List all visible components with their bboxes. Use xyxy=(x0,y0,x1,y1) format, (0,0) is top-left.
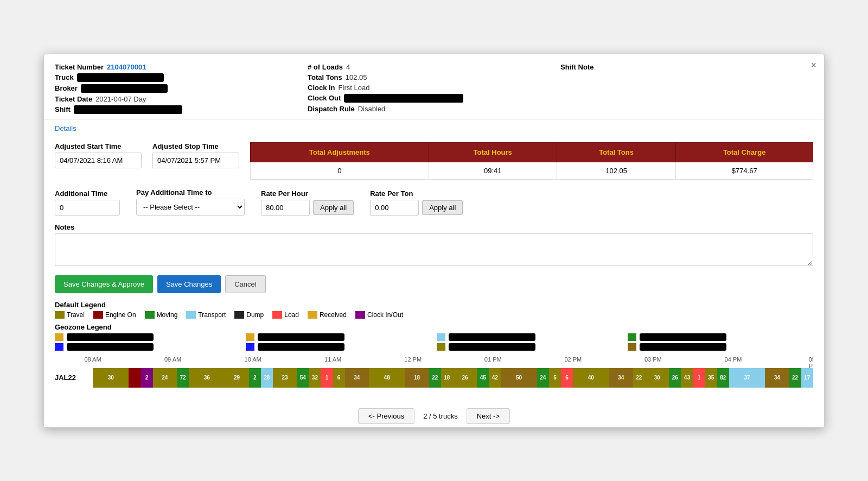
previous-button[interactable]: <- Previous xyxy=(358,408,414,424)
geozone-color-box xyxy=(437,343,445,351)
bar-segment: 22 xyxy=(789,368,801,388)
notes-group: Notes xyxy=(55,223,813,268)
geozone-item xyxy=(246,333,431,341)
timeline-row: JAL22 3022472362922823543216344818221826… xyxy=(55,368,813,388)
geozone-label xyxy=(640,343,726,351)
cancel-button[interactable]: Cancel xyxy=(225,275,265,293)
pay-additional-label: Pay Additional Time to xyxy=(136,188,245,197)
total-tons-row: Total Tons 102.05 xyxy=(308,73,560,81)
time-summary-row: Adjusted Start Time Adjusted Stop Time T… xyxy=(55,142,813,180)
bar-segment: 1 xyxy=(693,368,705,388)
time-label: 09 AM xyxy=(164,356,181,363)
truck-value xyxy=(77,73,164,82)
rate-per-hour-input[interactable] xyxy=(261,200,310,216)
adjusted-stop-input[interactable] xyxy=(152,153,239,168)
bar-segment: 32 xyxy=(309,368,321,388)
time-label: 04 PM xyxy=(725,356,742,363)
legend-color-box xyxy=(93,311,103,319)
next-button[interactable]: Next -> xyxy=(467,408,510,424)
geozone-color-box xyxy=(628,343,636,351)
adjusted-stop-label: Adjusted Stop Time xyxy=(152,142,239,150)
bar-segment: 50 xyxy=(501,368,537,388)
ticket-number-value: 2104070001 xyxy=(107,63,146,71)
total-charge-value: $774.67 xyxy=(676,162,813,179)
bar-segment: 37 xyxy=(729,368,765,388)
save-approve-button[interactable]: Save Changes & Approve xyxy=(55,275,153,293)
legend-item-label: Transport xyxy=(198,311,226,319)
ticket-modal: × Ticket Number 2104070001 Truck Broker … xyxy=(43,54,825,428)
apply-all-ton-button[interactable]: Apply all xyxy=(422,200,463,215)
bar-segment: 22 xyxy=(429,368,441,388)
bar-segment: 24 xyxy=(537,368,549,388)
bar-segment: 24 xyxy=(153,368,177,388)
time-label: 03 PM xyxy=(644,356,662,363)
page-info: 2 / 5 trucks xyxy=(423,412,458,420)
loads-value: 4 xyxy=(346,63,350,71)
additional-time-group: Additional Time xyxy=(55,189,120,216)
adjusted-start-input[interactable] xyxy=(55,153,142,168)
clock-in-row: Clock In First Load xyxy=(308,84,560,92)
legend-item-label: Dump xyxy=(246,311,264,319)
time-label: 01 PM xyxy=(484,356,502,363)
legend-item-label: Clock In/Out xyxy=(367,311,403,319)
time-label: 10 AM xyxy=(245,356,261,363)
clock-in-label: Clock In xyxy=(308,84,335,92)
truck-label: JAL22 xyxy=(55,374,93,382)
bar-segment xyxy=(129,368,141,388)
rate-per-hour-group: Rate Per Hour Apply all xyxy=(261,189,354,216)
close-button[interactable]: × xyxy=(810,60,816,71)
additional-time-input[interactable] xyxy=(55,200,120,216)
details-link[interactable]: Details xyxy=(44,120,824,137)
legend-item: Clock In/Out xyxy=(355,311,403,319)
ticket-number-row: Ticket Number 2104070001 xyxy=(55,63,308,71)
geozone-item xyxy=(246,343,431,351)
bar-segment: 35 xyxy=(705,368,717,388)
ticket-number-label: Ticket Number xyxy=(55,63,104,71)
clock-out-value xyxy=(344,94,463,103)
bar-segment: 5 xyxy=(549,368,561,388)
timeline-bar: 3022472362922823543216344818221826454250… xyxy=(93,368,813,388)
dispatch-rule-value: Disabled xyxy=(358,105,386,113)
rate-per-ton-input[interactable] xyxy=(370,200,419,216)
total-hours-value: 09:41 xyxy=(429,162,557,179)
geozone-label xyxy=(640,333,726,341)
rate-per-hour-label: Rate Per Hour xyxy=(261,189,354,198)
apply-all-hour-button[interactable]: Apply all xyxy=(313,200,354,215)
header-col-right: Shift Note xyxy=(560,63,813,114)
rate-per-ton-group: Rate Per Ton Apply all xyxy=(370,189,463,216)
time-label: 11 AM xyxy=(324,356,341,363)
pay-additional-select[interactable]: -- Please Select -- xyxy=(136,199,245,216)
legend-color-box xyxy=(272,311,282,319)
geozone-label xyxy=(258,333,344,341)
rate-per-ton-input-row: Apply all xyxy=(370,200,463,216)
header-col-mid: # of Loads 4 Total Tons 102.05 Clock In … xyxy=(308,63,560,114)
legend-color-box xyxy=(355,311,365,319)
notes-textarea[interactable] xyxy=(55,233,813,266)
bar-segment: 6 xyxy=(333,368,345,388)
truck-label: Truck xyxy=(55,73,74,81)
clock-in-value: First Load xyxy=(339,84,370,92)
shift-value xyxy=(74,105,182,114)
loads-row: # of Loads 4 xyxy=(308,63,560,71)
bar-segment: 30 xyxy=(645,368,669,388)
bar-segment: 30 xyxy=(93,368,129,388)
action-row: Save Changes & Approve Save Changes Canc… xyxy=(55,275,813,293)
bar-segment: 1 xyxy=(321,368,333,388)
bar-segment: 34 xyxy=(609,368,633,388)
geozone-color-box xyxy=(55,343,63,351)
broker-value xyxy=(81,84,168,93)
legend-item: Transport xyxy=(186,311,226,319)
legend-color-box xyxy=(234,311,244,319)
legend-item: Moving xyxy=(145,311,178,319)
geozone-item xyxy=(628,333,813,341)
bar-segment: 18 xyxy=(441,368,453,388)
save-button[interactable]: Save Changes xyxy=(157,275,221,293)
default-legend-title: Default Legend xyxy=(55,301,813,309)
bar-segment: 6 xyxy=(561,368,573,388)
geozone-label xyxy=(449,333,535,341)
pay-additional-group: Pay Additional Time to -- Please Select … xyxy=(136,188,245,216)
additional-time-label: Additional Time xyxy=(55,189,120,198)
legend-item-label: Load xyxy=(284,311,299,319)
geozone-item xyxy=(437,333,622,341)
loads-label: # of Loads xyxy=(308,63,343,71)
